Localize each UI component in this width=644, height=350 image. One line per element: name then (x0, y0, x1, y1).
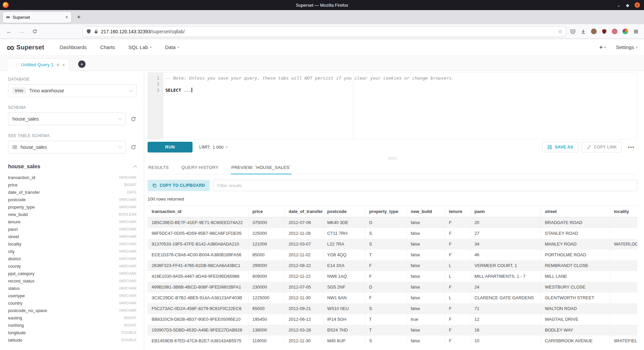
column-header-price[interactable]: price (248, 206, 284, 217)
extension-icon[interactable] (591, 29, 597, 34)
table-cell: 299000 (248, 260, 284, 271)
code-line: SELECT ... (165, 87, 637, 93)
copy-link-button[interactable]: COPY LINK (582, 142, 622, 152)
table-cell: GLENTWORTH STREET (541, 293, 610, 303)
column-header-new_build[interactable]: new_build (407, 206, 445, 217)
nav-item-label: Charts (100, 44, 115, 50)
query-tab[interactable]: ⋮⋮ Untitled Query 1 × (7, 58, 69, 71)
table-cell: T (365, 325, 407, 336)
save-as-button[interactable]: SAVE AS (542, 142, 578, 152)
tracking-shield-icon[interactable] (86, 29, 91, 34)
column-header-postcode[interactable]: postcode (323, 206, 365, 217)
collapse-chevron-icon[interactable] (133, 165, 137, 169)
tab-results[interactable]: RESULTS (148, 162, 169, 174)
filter-results-input[interactable] (213, 180, 637, 191)
results-table-container: transaction_idpricedate_of_transferpostc… (148, 206, 637, 350)
add-query-tab-button[interactable]: + (78, 60, 86, 68)
infinity-logo-icon: ∞ (7, 42, 14, 53)
nav-item-charts[interactable]: Charts (100, 44, 115, 50)
column-header-street[interactable]: street (541, 206, 610, 217)
extension-icon[interactable] (602, 29, 607, 34)
nav-item-sql-lab[interactable]: SQL Lab▾ (128, 44, 152, 50)
copy-to-clipboard-button[interactable]: COPY TO CLIPBOARD (148, 180, 210, 191)
plus-menu-button[interactable]: + ▾ (599, 44, 606, 51)
save-as-label: SAVE AS (555, 145, 573, 149)
pane-splitter[interactable] (148, 155, 637, 162)
column-header-date_of_transfer[interactable]: date_of_transfer (284, 206, 323, 217)
table-cell (610, 228, 637, 239)
brand-name: Superset (16, 44, 44, 51)
table-cell (610, 250, 637, 260)
tab-preview-house-sales[interactable]: PREVIEW: `HOUSE_SALES` (231, 162, 292, 174)
drag-handle-icon[interactable]: ⋮⋮ (11, 62, 18, 67)
column-header-property_type[interactable]: property_type (365, 206, 407, 217)
table-cell: true (407, 314, 445, 325)
url-bar[interactable]: 217.160.120.143:32393/superset/sqllab/ ☆ (83, 26, 566, 37)
reload-button[interactable] (30, 27, 40, 37)
line-number: 1 (148, 75, 163, 81)
bookmark-star-icon[interactable]: ☆ (558, 29, 562, 35)
table-cell: F (445, 314, 470, 325)
table-row: ECE1D376-C9A6-4C00-B004-A380B189FA568500… (148, 250, 637, 260)
table-cell: L (445, 271, 470, 282)
column-header-transaction_id[interactable]: transaction_id (148, 206, 248, 217)
caret-down-icon: ▾ (150, 46, 152, 49)
limit-dropdown[interactable]: LIMIT: 1 000 ▾ (199, 145, 227, 150)
new-tab-button[interactable]: + (74, 12, 84, 22)
window-shade-icon[interactable]: ⌄ (617, 3, 621, 7)
sql-keyword: SELECT (165, 88, 181, 93)
run-button[interactable]: RUN (148, 142, 193, 152)
schema-column-row: paonVARCHAR (8, 225, 137, 233)
browser-tab[interactable]: ∞ Superset × (3, 12, 71, 23)
tab-query-history[interactable]: QUERY HISTORY (181, 162, 219, 174)
forward-button[interactable]: → (17, 27, 27, 37)
extension-icon[interactable] (623, 29, 628, 34)
copy-icon (152, 183, 157, 188)
column-header-locality[interactable]: locality (610, 206, 637, 217)
table-select[interactable]: house_sales (8, 141, 126, 154)
table-cell: MANLEY ROAD (541, 239, 610, 250)
nav-item-dashboards[interactable]: Dashboards (60, 44, 87, 50)
more-options-button[interactable]: ••• (625, 145, 637, 150)
lock-icon[interactable] (94, 29, 98, 34)
table-cell: F (445, 282, 470, 293)
column-type: VARCHAR (119, 249, 137, 253)
column-name: usertype (8, 293, 25, 298)
schema-select[interactable]: house_sales (8, 113, 126, 125)
table-refresh-button[interactable] (130, 144, 137, 150)
back-button[interactable]: ← (4, 27, 14, 37)
browser-tab-title: Superset (12, 15, 30, 20)
table-cell: 65000 (248, 303, 284, 314)
schema-value: house_sales (12, 116, 115, 122)
table-header-row: transaction_idpricedate_of_transferpostc… (148, 206, 637, 217)
column-name: paon (8, 227, 18, 232)
sql-editor[interactable]: 123 -- Note: Unless you save your query,… (148, 72, 637, 139)
table-cell: BRADGATE ROAD (541, 217, 610, 228)
window-close-button[interactable]: × (635, 2, 640, 8)
main-nav: DashboardsChartsSQL Lab▾Data▾ (60, 44, 179, 50)
column-name: city (8, 249, 15, 254)
app-header: ∞ Superset DashboardsChartsSQL Lab▾Data▾… (0, 39, 644, 56)
query-tab-close-icon[interactable]: × (62, 62, 65, 68)
window-maximize-icon[interactable]: ◆ (626, 3, 629, 7)
copy-to-clipboard-label: COPY TO CLIPBOARD (160, 183, 205, 188)
table-cell: false (407, 336, 445, 346)
limit-value: 1 000 (213, 145, 224, 150)
schema-refresh-button[interactable] (130, 116, 137, 122)
settings-menu-button[interactable]: Settings ▾ (616, 44, 637, 50)
download-icon[interactable] (581, 29, 586, 34)
tab-close-icon[interactable]: × (65, 14, 68, 20)
nav-item-data[interactable]: Data▾ (165, 44, 179, 50)
column-header-paon[interactable]: paon (470, 206, 541, 217)
extension-icon[interactable] (612, 29, 618, 34)
table-cell: WESTBURY CLOSE (541, 282, 610, 293)
table-cell: WALTON ROAD (541, 303, 610, 314)
database-select[interactable]: trino Trino warehouse (8, 84, 137, 97)
pocket-icon[interactable] (570, 29, 576, 34)
window-title: Superset — Mozilla Firefox (0, 3, 644, 8)
column-header-tenure[interactable]: tenure (445, 206, 470, 217)
column-type: DOUBLE (121, 338, 137, 342)
menu-hamburger-icon[interactable] (633, 29, 639, 34)
superset-logo[interactable]: ∞ Superset (7, 42, 44, 53)
table-cell: S (365, 239, 407, 250)
